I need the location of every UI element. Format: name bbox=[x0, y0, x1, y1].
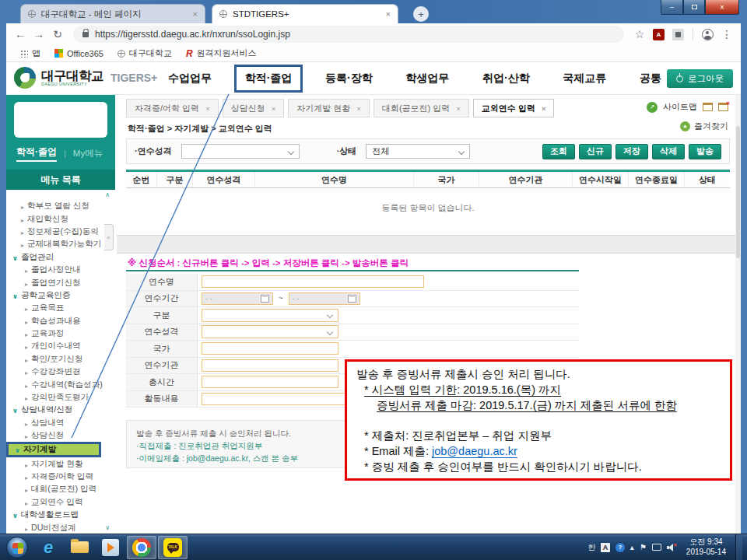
university-logo[interactable]: 대구대학교 DAEGU UNIVERSITY TIGERS+ bbox=[14, 67, 157, 89]
sidebar-tab-mymenu[interactable]: My메뉴 bbox=[73, 148, 103, 159]
global-nav-item[interactable]: 취업·산학 bbox=[482, 72, 530, 86]
browser-tab-inactive[interactable]: 대구대학교 - 메인 페이지 × bbox=[20, 4, 205, 23]
browser-tab-active[interactable]: STDTIGERS+ × bbox=[212, 4, 398, 23]
global-nav-item[interactable]: 학생업무 bbox=[405, 72, 449, 86]
sidebar-menu-item[interactable]: 교외연수 입력 bbox=[6, 496, 115, 509]
sidebar-menu-item[interactable]: 대회(공모전) 입력 bbox=[6, 483, 115, 495]
action-button[interactable]: 발송 bbox=[689, 144, 721, 159]
volume-muted-icon[interactable]: × bbox=[667, 544, 677, 551]
sidebar-menu-item[interactable]: 군제대복학가능학기 bbox=[6, 238, 115, 250]
calendar-icon[interactable] bbox=[261, 295, 269, 303]
calendar-icon[interactable] bbox=[348, 295, 356, 303]
training-type-form-select[interactable] bbox=[202, 325, 338, 338]
category-select[interactable] bbox=[202, 309, 338, 322]
bookmark-daegu-univ[interactable]: 대구대학교 bbox=[112, 47, 177, 59]
start-button[interactable] bbox=[2, 536, 32, 559]
profile-icon[interactable] bbox=[702, 29, 714, 40]
action-button[interactable]: 신규 bbox=[579, 144, 612, 159]
scrollbar-thumb[interactable] bbox=[736, 126, 740, 258]
ime-korean-indicator[interactable]: 한 bbox=[587, 542, 595, 553]
close-icon[interactable]: × bbox=[356, 104, 361, 113]
taskbar-chrome[interactable] bbox=[127, 536, 156, 559]
sidebar-menu-item[interactable]: 학부모 열람 신청 bbox=[6, 200, 115, 212]
bookmark-office365[interactable]: Office365 bbox=[49, 49, 109, 58]
sidebar-menu-item[interactable]: 졸업관리 bbox=[6, 251, 115, 264]
help-tray-icon[interactable]: ? bbox=[615, 543, 625, 552]
sidebar-menu-item[interactable]: 공학교육인증 bbox=[6, 289, 115, 302]
display-tray-icon[interactable] bbox=[652, 544, 661, 551]
total-hours-input[interactable] bbox=[202, 376, 338, 388]
workspace-tab[interactable]: 자격증/어학 입력 × bbox=[126, 99, 219, 117]
action-button[interactable]: 삭제 bbox=[652, 144, 685, 159]
sidebar-menu-item[interactable]: 개인이수내역 bbox=[6, 340, 115, 352]
sidebar-menu-item[interactable]: 상담내역/신청 bbox=[6, 404, 115, 416]
email-link[interactable]: job@daegu.ac.kr bbox=[432, 445, 517, 457]
close-icon[interactable]: × bbox=[272, 104, 276, 113]
training-type-select[interactable] bbox=[181, 144, 300, 159]
sidebar-menu-item[interactable]: 대학생활로드맵 bbox=[6, 509, 115, 521]
close-icon[interactable]: × bbox=[456, 104, 461, 113]
reload-icon[interactable]: ↻ bbox=[48, 25, 67, 44]
sidebar-menu-item[interactable]: 졸업사정안내 bbox=[6, 264, 115, 276]
sidebar-menu-item[interactable]: 졸업연기신청 bbox=[6, 276, 115, 289]
institution-input[interactable] bbox=[202, 359, 338, 372]
close-icon[interactable]: × bbox=[542, 104, 546, 113]
country-input[interactable] bbox=[202, 342, 338, 355]
close-icon[interactable]: × bbox=[386, 9, 391, 19]
end-date-input[interactable]: - - bbox=[289, 292, 360, 305]
back-icon[interactable]: ← bbox=[11, 25, 30, 44]
logout-button[interactable]: 로그아웃 bbox=[667, 69, 733, 88]
sidebar-menu-item[interactable]: DU비전설계 bbox=[6, 521, 115, 534]
workspace-tab[interactable]: 대회(공모전) 입력 × bbox=[374, 99, 469, 117]
bookmark-star-icon[interactable]: ☆ bbox=[630, 25, 649, 44]
ime-english-indicator[interactable]: A bbox=[601, 543, 610, 552]
taskbar-media-player[interactable] bbox=[96, 536, 125, 559]
sitemap-icon[interactable]: ↗ bbox=[647, 102, 658, 113]
sidebar-menu-item[interactable]: 확인/포기신청 bbox=[6, 353, 115, 366]
sidebar-menu-item[interactable]: 정보제공(수집)동의 bbox=[6, 226, 115, 238]
sidebar-menu-item[interactable]: 자격증/어학 입력 bbox=[6, 471, 115, 483]
action-button[interactable]: 조회 bbox=[542, 144, 575, 159]
maximize-button[interactable] bbox=[683, 0, 705, 15]
close-windows-icon[interactable] bbox=[718, 103, 728, 111]
global-nav-item[interactable]: 공통 bbox=[640, 72, 661, 86]
extension-icon[interactable] bbox=[672, 29, 684, 40]
close-icon[interactable]: × bbox=[193, 9, 198, 19]
sitemap-label[interactable]: 사이트맵 bbox=[663, 101, 697, 113]
favorites-button[interactable]: ★ 즐겨찾기 bbox=[680, 121, 728, 132]
taskbar-explorer[interactable] bbox=[65, 536, 94, 559]
training-name-input[interactable] bbox=[202, 275, 424, 288]
url-text[interactable]: https://tigersstd.daegu.ac.kr/nxrun/ssoL… bbox=[95, 29, 290, 40]
sidebar-tab-hakjeok[interactable]: 학적·졸업 bbox=[16, 145, 57, 162]
scroll-up-icon[interactable]: ∧ bbox=[105, 191, 110, 198]
scroll-down-icon[interactable]: ∨ bbox=[105, 524, 110, 531]
global-nav-item[interactable]: 수업업무 bbox=[168, 72, 212, 86]
minimize-button[interactable]: – bbox=[661, 0, 683, 15]
sidebar-collapse-handle[interactable]: < bbox=[104, 224, 114, 250]
action-button[interactable]: 저장 bbox=[615, 144, 648, 159]
show-desktop-button[interactable] bbox=[735, 534, 742, 560]
global-nav-item[interactable]: 국제교류 bbox=[563, 72, 606, 86]
sidebar-menu-item[interactable]: 교육과정 bbox=[6, 327, 115, 340]
workspace-tab[interactable]: 교외연수 입력 × bbox=[473, 99, 555, 117]
sidebar-menu-item[interactable]: 학습성과내용 bbox=[6, 315, 115, 327]
start-date-input[interactable]: - - bbox=[202, 292, 273, 305]
new-tab-button[interactable]: + bbox=[413, 6, 429, 22]
browser-menu-icon[interactable]: ⋮ bbox=[717, 25, 736, 44]
vertical-scrollbar[interactable] bbox=[735, 95, 741, 534]
sidebar-menu-item[interactable]: 자기계발 bbox=[6, 442, 101, 457]
workspace-tab[interactable]: 자기계발 현황 × bbox=[288, 99, 370, 117]
taskbar-clock[interactable]: 오전 9:34 2019-05-14 bbox=[686, 537, 726, 557]
global-nav-item[interactable]: 등록·장학 bbox=[325, 72, 373, 86]
sidebar-menu-item[interactable]: 강의만족도평가 bbox=[6, 391, 115, 404]
sidebar-menu-item[interactable]: 수강내역(학습성과) bbox=[6, 378, 115, 390]
close-window-button[interactable]: × bbox=[705, 0, 739, 15]
close-icon[interactable]: × bbox=[205, 104, 210, 113]
address-bar[interactable]: https://tigersstd.daegu.ac.kr/nxrun/ssoL… bbox=[73, 26, 624, 43]
sidebar-menu-item[interactable]: 자기계발 현황 bbox=[6, 457, 115, 470]
taskbar-kakaotalk[interactable]: TALK bbox=[158, 536, 188, 559]
workspace-tab[interactable]: 상담신청 × bbox=[223, 99, 285, 117]
sidebar-menu-item[interactable]: 재입학신청 bbox=[6, 212, 115, 225]
taskbar-ie[interactable]: e bbox=[33, 536, 63, 559]
sidebar-menu-item[interactable]: 교육목표 bbox=[6, 302, 115, 314]
